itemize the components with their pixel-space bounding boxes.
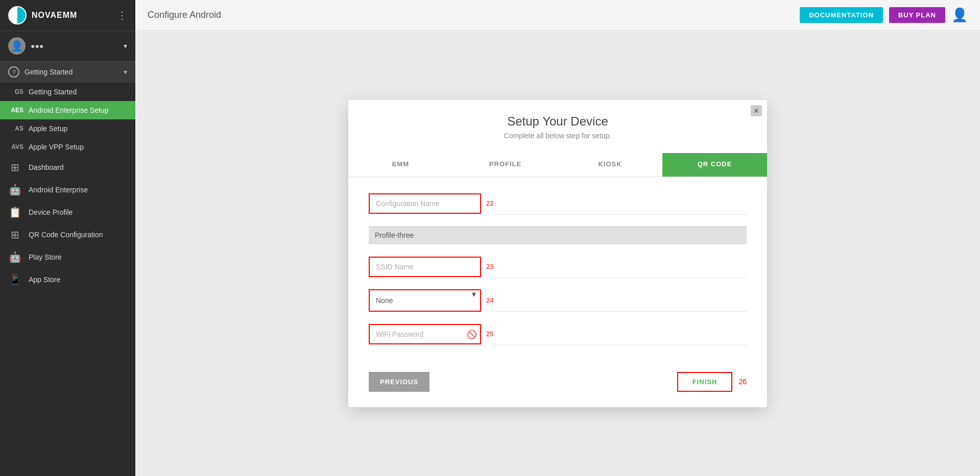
sidebar-menu-icon[interactable]: ⋮: [117, 9, 127, 21]
user-avatar: 👤: [8, 37, 26, 55]
ssid-number: 23: [486, 263, 493, 270]
sidebar-nav-app-store[interactable]: 📱 App Store: [0, 268, 135, 291]
security-select[interactable]: None WEP WPA WPA2: [369, 289, 481, 312]
sidebar-nav-play-store[interactable]: 🤖 Play Store: [0, 246, 135, 268]
sidebar-nav-qr-code[interactable]: ⊞ QR Code Configuration: [0, 223, 135, 246]
security-line: [493, 289, 747, 312]
item-abbr: AES: [8, 107, 23, 114]
wifi-password-input[interactable]: [369, 324, 481, 344]
dashboard-icon: ⊞: [8, 161, 21, 173]
tab-qr-code[interactable]: QR CODE: [662, 153, 767, 177]
password-visibility-icon[interactable]: 🚫: [467, 329, 477, 339]
modal-header: Setup Your Device Complete all below ste…: [348, 100, 767, 145]
nav-label: Android Enterprise: [29, 186, 88, 194]
sidebar-user: 👤 ●●● ▾: [0, 31, 135, 61]
sidebar-item-apple-setup[interactable]: AS Apple Setup: [0, 119, 135, 138]
wifi-number: 25: [486, 330, 493, 338]
buy-plan-button[interactable]: BUY PLAN: [889, 7, 945, 23]
sidebar: NOVAEMM ⋮ 👤 ●●● ▾ ? Getting Started ▾ GS…: [0, 0, 135, 476]
sidebar-item-apple-vpp-setup[interactable]: AVS Apple VPP Setup: [0, 138, 135, 156]
section-question-icon: ?: [8, 66, 19, 78]
documentation-button[interactable]: DOCUMENTATION: [800, 7, 883, 23]
profile-value: Profile-three: [369, 226, 747, 244]
modal-footer: PREVIOUS FINISH 26: [348, 367, 767, 392]
item-abbr: GS: [8, 88, 23, 95]
nav-label: App Store: [29, 275, 60, 284]
qr-code-icon: ⊞: [8, 229, 21, 241]
setup-modal: ✕ Setup Your Device Complete all below s…: [348, 100, 767, 407]
sidebar-item-android-enterprise-setup[interactable]: AES Android Enterprise Setup: [0, 101, 135, 119]
nav-label: Play Store: [29, 253, 62, 261]
topbar-avatar-icon[interactable]: 👤: [951, 7, 968, 23]
modal-subtitle: Complete all below step for setup.: [348, 132, 767, 140]
section-label: Getting Started: [25, 68, 118, 76]
android-icon: 🤖: [8, 184, 21, 196]
app-name: NOVAEMM: [32, 11, 112, 20]
item-abbr: AVS: [8, 143, 23, 151]
finish-button[interactable]: FINISH: [677, 372, 733, 392]
config-name-number: 22: [486, 199, 493, 207]
sidebar-nav-device-profile[interactable]: 📋 Device Profile: [0, 201, 135, 223]
ssid-input[interactable]: [369, 257, 481, 277]
security-number: 24: [486, 296, 493, 304]
sidebar-nav-android-enterprise[interactable]: 🤖 Android Enterprise: [0, 179, 135, 201]
tab-kiosk[interactable]: KIOSK: [558, 153, 662, 177]
config-name-row: 22: [369, 192, 747, 215]
item-abbr: AS: [8, 125, 23, 132]
modal-title: Setup Your Device: [348, 114, 767, 129]
play-store-icon: 🤖: [8, 251, 21, 263]
modal-body: 22 Profile-three 23 None: [348, 177, 767, 367]
user-chevron-icon[interactable]: ▾: [124, 42, 127, 50]
logo-icon: [8, 6, 27, 24]
tab-emm[interactable]: EMM: [348, 153, 453, 177]
finish-number: 26: [738, 378, 747, 386]
security-row: None WEP WPA WPA2 ▾ 24: [369, 289, 747, 312]
topbar: Configure Android DOCUMENTATION BUY PLAN…: [135, 0, 980, 31]
previous-button[interactable]: PREVIOUS: [369, 372, 429, 392]
wifi-password-row: 🚫 25: [369, 323, 747, 345]
sidebar-nav-dashboard[interactable]: ⊞ Dashboard: [0, 156, 135, 179]
sidebar-header: NOVAEMM ⋮: [0, 0, 135, 31]
app-store-icon: 📱: [8, 273, 21, 286]
device-profile-icon: 📋: [8, 206, 21, 218]
ssid-row: 23: [369, 256, 747, 278]
item-label: Getting Started: [29, 88, 77, 96]
config-name-line: [493, 192, 747, 215]
item-label: Apple Setup: [29, 124, 67, 133]
tab-profile[interactable]: PROFILE: [453, 153, 558, 177]
item-label: Apple VPP Setup: [29, 143, 84, 151]
user-name: ●●●: [31, 42, 118, 50]
profile-value-row: Profile-three: [369, 226, 747, 244]
nav-label: Dashboard: [29, 163, 64, 171]
section-chevron-icon: ▾: [124, 68, 127, 76]
modal-close-button[interactable]: ✕: [751, 105, 762, 116]
ssid-line: [493, 256, 747, 278]
finish-group: FINISH 26: [677, 372, 747, 392]
sidebar-item-getting-started[interactable]: GS Getting Started: [0, 83, 135, 101]
config-name-input[interactable]: [369, 193, 481, 214]
page-title: Configure Android: [148, 10, 794, 20]
modal-tabs: EMM PROFILE KIOSK QR CODE: [348, 153, 767, 177]
nav-label: Device Profile: [29, 208, 73, 216]
main-content: Configure Android DOCUMENTATION BUY PLAN…: [135, 0, 980, 476]
content-area: ✕ Setup Your Device Complete all below s…: [135, 31, 980, 476]
nav-label: QR Code Configuration: [29, 231, 103, 239]
item-label: Android Enterprise Setup: [29, 106, 108, 114]
wifi-line: [493, 323, 747, 345]
sidebar-section-getting-started[interactable]: ? Getting Started ▾: [0, 61, 135, 83]
